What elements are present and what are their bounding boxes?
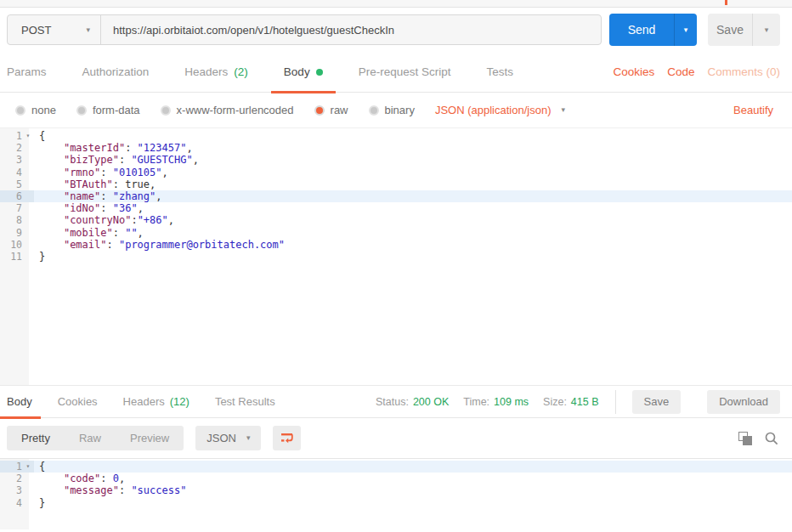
response-body-editor[interactable]: 1▾{2 "code": 0,3 "message": "success"4} bbox=[0, 458, 792, 529]
request-body-editor[interactable]: 1▾{2 "masterId": "123457",3 "bizType": "… bbox=[0, 127, 792, 385]
tab-pre-request-script[interactable]: Pre-request Script bbox=[354, 52, 456, 93]
tab-headers[interactable]: Headers (2) bbox=[179, 52, 253, 93]
response-tab-body[interactable]: Body bbox=[0, 385, 41, 418]
save-request-button[interactable]: Save bbox=[708, 14, 752, 46]
format-label: JSON bbox=[206, 432, 236, 444]
line-number: 10 bbox=[0, 239, 22, 251]
comments-link[interactable]: Comments (0) bbox=[707, 65, 780, 78]
code-line[interactable]: 3 "message": "success" bbox=[0, 484, 792, 496]
send-button[interactable]: Send bbox=[609, 14, 674, 46]
size-value: 415 B bbox=[571, 396, 599, 408]
body-type-row: none form-data x-www-form-urlencoded raw… bbox=[0, 93, 792, 127]
top-accent-mark bbox=[725, 0, 727, 5]
code-tokens: } bbox=[34, 251, 45, 263]
copy-icon[interactable] bbox=[738, 432, 752, 445]
view-mode-pretty[interactable]: Pretty bbox=[7, 426, 65, 450]
code-line[interactable]: 11} bbox=[0, 251, 792, 263]
fold-caret-icon[interactable]: ▾ bbox=[22, 461, 34, 473]
radio-label: form-data bbox=[93, 104, 140, 116]
radio-selected-icon bbox=[314, 105, 325, 116]
search-icon[interactable] bbox=[765, 432, 778, 445]
code-line[interactable]: 4} bbox=[0, 497, 792, 509]
code-tokens: "mobile": "", bbox=[34, 227, 144, 239]
radio-label: raw bbox=[331, 104, 348, 116]
code-line[interactable]: 8 "countryNo":"+86", bbox=[0, 214, 792, 226]
line-number: 1 bbox=[0, 130, 22, 142]
response-meta: Status: 200 OK Time: 109 ms Size: 415 B … bbox=[376, 390, 780, 414]
fold-spacer bbox=[22, 251, 34, 263]
response-tab-headers[interactable]: Headers (12) bbox=[115, 385, 198, 418]
time-value: 109 ms bbox=[494, 396, 529, 408]
code-link[interactable]: Code bbox=[667, 65, 694, 78]
line-number: 4 bbox=[0, 497, 22, 509]
wrap-text-icon bbox=[280, 432, 294, 444]
code-line[interactable]: 6 "name": "zhang", bbox=[0, 190, 792, 202]
tab-label: Authorization bbox=[82, 65, 150, 78]
beautify-link[interactable]: Beautify bbox=[733, 104, 773, 116]
code-tokens: "bizType": "GUESTCHG", bbox=[34, 154, 199, 166]
response-header: Body Cookies Headers (12) Test Results S… bbox=[0, 385, 792, 418]
code-line[interactable]: 9 "mobile": "", bbox=[0, 227, 792, 239]
code-line[interactable]: 2 "masterId": "123457", bbox=[0, 142, 792, 154]
status-value: 200 OK bbox=[413, 396, 449, 408]
tab-tests[interactable]: Tests bbox=[481, 52, 518, 93]
code-line[interactable]: 5 "BTAuth": true, bbox=[0, 178, 792, 190]
body-type-binary[interactable]: binary bbox=[369, 104, 415, 116]
code-line[interactable]: 10 "email": "programmer@orbitatech.com" bbox=[0, 239, 792, 251]
divider bbox=[615, 390, 616, 414]
code-tokens: "idNo": "36", bbox=[34, 202, 144, 214]
segment-label: Raw bbox=[79, 432, 101, 444]
line-number: 9 bbox=[0, 227, 22, 239]
tab-authorization[interactable]: Authorization bbox=[77, 52, 155, 93]
fold-spacer bbox=[22, 227, 34, 239]
download-button[interactable]: Download bbox=[707, 390, 780, 414]
body-type-none[interactable]: none bbox=[15, 104, 56, 116]
fold-spacer bbox=[22, 178, 34, 190]
save-options-caret-icon[interactable]: ▾ bbox=[752, 14, 780, 46]
url-bar: POST ▾ bbox=[7, 14, 602, 45]
cookies-link[interactable]: Cookies bbox=[613, 65, 654, 78]
response-tab-cookies[interactable]: Cookies bbox=[49, 385, 106, 418]
fold-spacer bbox=[22, 167, 34, 178]
size-pair: Size: 415 B bbox=[543, 396, 598, 408]
tab-params[interactable]: Params bbox=[2, 52, 52, 93]
tab-label: Headers bbox=[123, 395, 165, 408]
tab-label: Pre-request Script bbox=[359, 65, 451, 78]
radio-icon bbox=[161, 105, 171, 116]
line-number: 1 bbox=[0, 461, 22, 473]
view-mode-preview[interactable]: Preview bbox=[116, 426, 184, 450]
headers-count-badge: (2) bbox=[234, 65, 248, 78]
code-tokens: "masterId": "123457", bbox=[34, 142, 193, 154]
code-tokens: } bbox=[34, 497, 45, 509]
code-line[interactable]: 1▾{ bbox=[0, 461, 792, 473]
code-line[interactable]: 4 "rmno": "010105", bbox=[0, 167, 792, 178]
method-label: POST bbox=[21, 24, 51, 37]
send-options-caret-icon[interactable]: ▾ bbox=[674, 14, 697, 46]
content-type-select[interactable]: JSON (application/json) ▾ bbox=[435, 104, 565, 116]
code-line[interactable]: 2 "code": 0, bbox=[0, 473, 792, 484]
save-response-button[interactable]: Save bbox=[632, 390, 682, 414]
body-type-x-www-form-urlencoded[interactable]: x-www-form-urlencoded bbox=[161, 104, 294, 116]
wrap-text-button[interactable] bbox=[273, 426, 301, 450]
url-input[interactable] bbox=[101, 15, 601, 44]
method-select[interactable]: POST ▾ bbox=[8, 15, 101, 44]
fold-caret-icon[interactable]: ▾ bbox=[22, 130, 34, 142]
code-line[interactable]: 3 "bizType": "GUESTCHG", bbox=[0, 154, 792, 166]
body-type-raw[interactable]: raw bbox=[314, 104, 348, 116]
tab-label: Params bbox=[7, 65, 47, 78]
body-type-form-data[interactable]: form-data bbox=[76, 104, 140, 116]
radio-label: none bbox=[31, 104, 56, 116]
code-tokens: "BTAuth": true, bbox=[34, 178, 156, 190]
code-line[interactable]: 1▾{ bbox=[0, 130, 792, 142]
code-line[interactable]: 7 "idNo": "36", bbox=[0, 202, 792, 214]
line-number: 3 bbox=[0, 484, 22, 496]
response-action-icons bbox=[738, 432, 778, 445]
fold-spacer bbox=[22, 214, 34, 226]
tab-body[interactable]: Body bbox=[279, 52, 328, 93]
response-format-select[interactable]: JSON ▾ bbox=[195, 426, 261, 450]
response-tab-test-results[interactable]: Test Results bbox=[206, 385, 284, 418]
view-mode-raw[interactable]: Raw bbox=[65, 426, 116, 450]
request-url-row: POST ▾ Send ▾ Save ▾ bbox=[0, 8, 792, 52]
segment-label: Pretty bbox=[21, 432, 50, 444]
radio-label: x-www-form-urlencoded bbox=[177, 104, 294, 116]
